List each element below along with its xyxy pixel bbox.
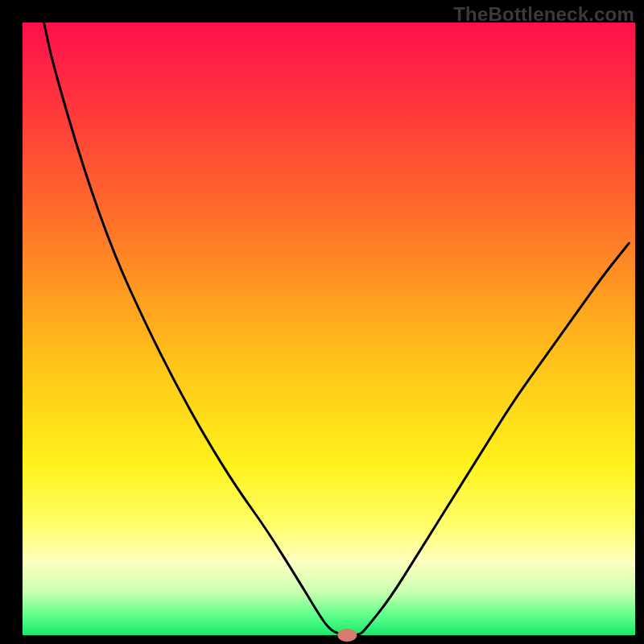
plot-background [23,23,635,635]
bottleneck-chart [0,0,644,644]
chart-stage: TheBottleneck.com [0,0,644,644]
watermark-text: TheBottleneck.com [453,3,634,26]
optimal-marker [337,629,357,642]
